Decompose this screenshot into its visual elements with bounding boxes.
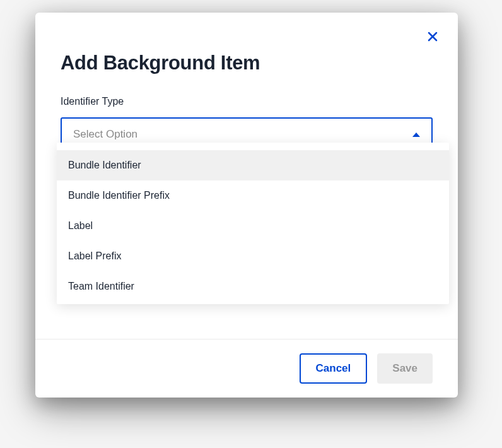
add-background-item-modal: Add Background Item Identifier Type Sele… — [35, 13, 458, 398]
modal-header: Add Background Item — [35, 13, 458, 74]
cancel-button[interactable]: Cancel — [300, 353, 368, 384]
dropdown-option[interactable]: Bundle Identifier Prefix — [57, 180, 449, 211]
modal-title: Add Background Item — [61, 52, 433, 74]
modal-footer: Cancel Save — [35, 339, 458, 398]
save-button[interactable]: Save — [377, 353, 433, 384]
caret-up-icon — [412, 133, 420, 137]
close-icon — [428, 32, 438, 44]
identifier-type-dropdown: Bundle Identifier Bundle Identifier Pref… — [57, 143, 449, 304]
dropdown-option[interactable]: Label — [57, 211, 449, 241]
dropdown-option[interactable]: Team Identifier — [57, 271, 449, 302]
select-placeholder: Select Option — [73, 128, 137, 141]
dropdown-option[interactable]: Bundle Identifier — [57, 150, 449, 180]
close-button[interactable] — [425, 30, 440, 45]
modal-body: Identifier Type Select Option Bundle Ide… — [35, 74, 458, 339]
identifier-type-label: Identifier Type — [61, 96, 433, 107]
dropdown-option[interactable]: Label Prefix — [57, 241, 449, 271]
